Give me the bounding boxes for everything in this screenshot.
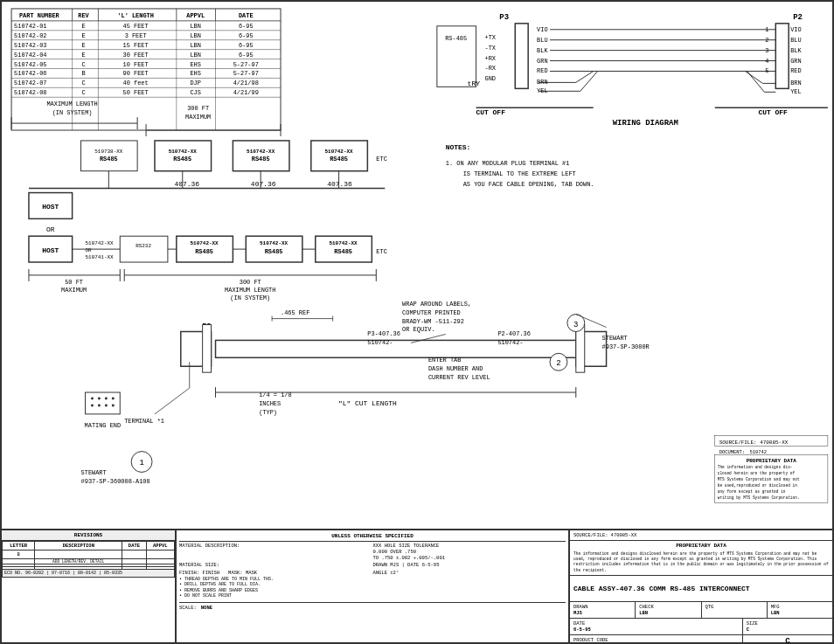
svg-text:VIO: VIO: [537, 26, 548, 33]
drawing-title: CABLE ASSY-407.36 COMM RS-485 INTERCONNE…: [570, 576, 832, 602]
svg-text:-TX: -TX: [484, 45, 496, 52]
svg-text:tRY: tRY: [468, 80, 481, 87]
svg-text:40 feet: 40 feet: [123, 80, 149, 87]
svg-text:5-27-97: 5-27-97: [233, 61, 259, 68]
svg-text:3 FEET: 3 FEET: [125, 32, 147, 39]
rev-col-letter: LETTER: [3, 542, 35, 551]
svg-text:510742-XX: 510742-XX: [247, 149, 275, 155]
svg-text:2: 2: [765, 37, 768, 44]
svg-text:BRN: BRN: [790, 80, 802, 87]
svg-text:be used,reproduced or disclose: be used,reproduced or disclosed in: [718, 483, 797, 488]
svg-rect-194: [203, 325, 212, 373]
svg-text:WIRING DIAGRAM: WIRING DIAGRAM: [613, 119, 678, 128]
svg-text:C: C: [81, 80, 85, 87]
svg-text:CURRENT REV LEVEL: CURRENT REV LEVEL: [428, 374, 490, 381]
finish: FINISH: FINISH MASK: MASK: [179, 570, 372, 576]
svg-text:LBN: LBN: [190, 52, 201, 59]
svg-text:RS485: RS485: [334, 248, 352, 255]
material-size: MATERIAL SIZE:: [179, 562, 372, 568]
svg-text:510738-XX: 510738-XX: [94, 149, 123, 155]
thread-notes: • THREAD DEPTHS ARE TO MIN FULL THS. • D…: [179, 577, 566, 599]
svg-text:RS485: RS485: [100, 156, 118, 163]
svg-text:SOURCE/FILE: 470085-XX: SOURCE/FILE: 470085-XX: [719, 440, 789, 446]
svg-text:'L' LENGTH: 'L' LENGTH: [117, 12, 154, 19]
svg-text:E: E: [81, 23, 85, 30]
date-row: DATE6-5-95 SIZEC: [570, 619, 832, 635]
svg-text:2: 2: [556, 359, 560, 368]
svg-text:EHS: EHS: [190, 70, 201, 77]
svg-text:RS485: RS485: [265, 248, 283, 255]
svg-text:ENTER TAB: ENTER TAB: [428, 357, 461, 364]
svg-point-222: [98, 397, 101, 399]
svg-text:4/21/99: 4/21/99: [233, 89, 259, 96]
svg-text:IS TERMINAL TO THE EXTREME LEF: IS TERMINAL TO THE EXTREME LEFT: [463, 170, 576, 177]
svg-text:P2-407.36: P2-407.36: [497, 330, 530, 337]
svg-text:510742-: 510742-: [367, 339, 393, 346]
material-desc: MATERIAL DESCRIPTION:: [179, 543, 372, 561]
svg-text:RS485: RS485: [173, 156, 191, 163]
svg-text:+RX: +RX: [484, 55, 496, 62]
svg-rect-161: [775, 24, 789, 89]
svg-text:+TX: +TX: [484, 34, 496, 41]
title-block: SOURCE/FILE: 470085-XX PROPRIETARY DATA …: [570, 530, 832, 642]
specs-section: UNLESS OTHERWISE SPECIFIED MATERIAL DESC…: [177, 530, 570, 642]
svg-text:510742-04: 510742-04: [14, 52, 46, 59]
svg-text:YEL: YEL: [790, 88, 802, 95]
svg-text:6-95: 6-95: [239, 32, 254, 39]
svg-text:510742-: 510742-: [497, 339, 523, 346]
svg-text:510742-05: 510742-05: [14, 61, 46, 68]
svg-text:DASH NUMBER AND: DASH NUMBER AND: [428, 365, 483, 372]
svg-text:CUT OFF: CUT OFF: [476, 108, 506, 116]
svg-text:407.36: 407.36: [174, 180, 199, 188]
svg-text:#937-SP-360008-A108: #937-SP-360008-A108: [81, 478, 150, 485]
rev-col-date: DATE: [122, 542, 146, 551]
source-file-row: SOURCE/FILE: 470085-XX: [570, 530, 832, 541]
svg-text:DOCUMENT:: DOCUMENT:: [719, 449, 745, 455]
svg-text:VIO: VIO: [790, 26, 802, 33]
svg-text:ETC: ETC: [376, 156, 387, 163]
svg-text:any form except as granted in: any form except as granted in: [718, 489, 786, 494]
svg-text:1.   ON ANY MODULAR PLUG TERMI: 1. ON ANY MODULAR PLUG TERMINAL #1: [446, 160, 570, 167]
svg-text:MAXIMUM LENGTH: MAXIMUM LENGTH: [225, 287, 275, 294]
svg-text:OR: OR: [46, 225, 55, 233]
tolerances: XXX HOLE SIZE TOLERANCE 0.000 OVER .750 …: [373, 543, 566, 561]
svg-text:P3-407.36: P3-407.36: [367, 330, 400, 337]
angle: ANGLE ±2°: [373, 570, 566, 576]
svg-text:50 FEET: 50 FEET: [123, 89, 149, 96]
svg-text:510742-XX: 510742-XX: [325, 149, 354, 155]
revisions-table: REVISIONS LETTER DESCRIPTION DATE APPVL …: [2, 530, 177, 642]
svg-text:DJP: DJP: [190, 80, 201, 87]
svg-text:3: 3: [573, 321, 578, 329]
svg-text:GND: GND: [484, 75, 496, 82]
svg-text:300 FT: 300 FT: [187, 105, 209, 112]
svg-text:BLK: BLK: [790, 47, 802, 54]
svg-text:BRADY-WM -511-292: BRADY-WM -511-292: [402, 318, 464, 325]
svg-text:INCHES: INCHES: [259, 400, 281, 407]
svg-text:510742-03: 510742-03: [14, 42, 46, 49]
svg-text:BRN: BRN: [537, 79, 548, 86]
svg-text:C: C: [81, 61, 85, 68]
svg-text:6-95: 6-95: [239, 52, 254, 59]
svg-text:"L" CUT LENGTH: "L" CUT LENGTH: [338, 399, 397, 407]
svg-text:510742-XX: 510742-XX: [86, 240, 115, 246]
svg-text:HOST: HOST: [42, 203, 59, 211]
svg-text:writing by MTS Systems Corpora: writing by MTS Systems Corporation.: [718, 495, 800, 500]
svg-text:510742-06: 510742-06: [14, 70, 46, 77]
svg-text:30 FEET: 30 FEET: [123, 52, 149, 59]
drawing-container: PART NUMBER REV 'L' LENGTH APPVL DATE 51…: [0, 0, 834, 644]
svg-text:MAXIMUM: MAXIMUM: [61, 287, 87, 294]
svg-text:RED: RED: [790, 67, 802, 74]
drawn-info: DRAWN MJS | DATE 6-5-95: [373, 562, 566, 568]
svg-text:E: E: [81, 32, 85, 39]
svg-text:45 FEET: 45 FEET: [123, 23, 149, 30]
svg-text:RED: RED: [537, 67, 548, 74]
svg-text:MATING END: MATING END: [85, 422, 122, 429]
svg-text:LBN: LBN: [190, 23, 201, 30]
drawn-check-row: DRAWNMJS CHECKLBN QTG MFG LBN: [570, 602, 832, 619]
svg-text:510742-XX: 510742-XX: [191, 240, 219, 246]
rev-col-desc: DESCRIPTION: [35, 542, 122, 551]
svg-text:#937-SP-3080R: #937-SP-3080R: [602, 343, 650, 350]
svg-text:15 FEET: 15 FEET: [123, 42, 149, 49]
proprietary-text: PROPRIETARY DATA The information and des…: [570, 541, 832, 576]
svg-text:(TYP): (TYP): [259, 409, 277, 416]
